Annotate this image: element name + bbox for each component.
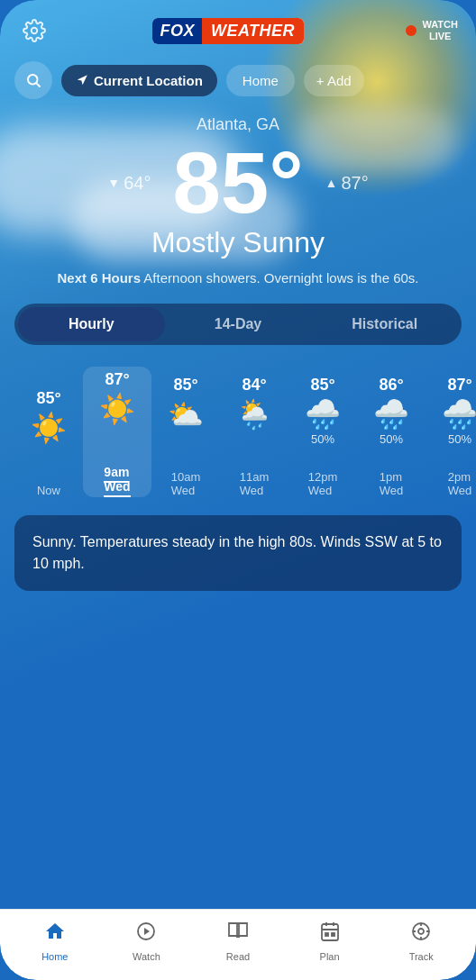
- tab-hourly[interactable]: Hourly: [18, 307, 165, 341]
- temperature-row: ▼ 64° 85° ▲ 87°: [18, 140, 458, 226]
- tab-historical[interactable]: Historical: [311, 307, 458, 341]
- hour-temp: 87°: [447, 376, 471, 395]
- nav-plan[interactable]: Plan: [303, 921, 357, 962]
- svg-point-13: [418, 929, 424, 934]
- svg-rect-11: [332, 933, 334, 936]
- hour-precip: 50%: [448, 432, 471, 449]
- tab-14day[interactable]: 14-Day: [165, 307, 312, 341]
- svg-point-1: [28, 75, 38, 85]
- hour-time: 9amWed: [104, 465, 130, 494]
- rain-icon: 🌧️: [373, 400, 409, 429]
- hour-item-11am: 84° 🌦️ 11amWed: [220, 376, 288, 497]
- hourly-scroll[interactable]: 85° ☀️ Now 87° ☀️ 9amWed 85° ⛅ 10amWed: [0, 358, 476, 506]
- temp-main: 85°: [172, 140, 303, 226]
- current-location-button[interactable]: Current Location: [61, 65, 217, 96]
- bottom-navigation: Home Watch Read: [0, 909, 476, 980]
- svg-rect-10: [325, 933, 328, 936]
- hour-time: 10amWed: [171, 470, 201, 497]
- track-icon: [410, 921, 432, 948]
- nav-plan-label: Plan: [320, 951, 340, 962]
- hour-item-10am: 85° ⛅ 10amWed: [151, 376, 220, 497]
- temp-high: ▲ 87°: [325, 173, 369, 194]
- watch-live-button[interactable]: WATCHLIVE: [406, 19, 458, 42]
- home-icon: [44, 921, 66, 948]
- weather-condition: Mostly Sunny: [18, 226, 458, 259]
- nav-track[interactable]: Track: [394, 921, 448, 962]
- watch-live-text: WATCHLIVE: [422, 19, 458, 42]
- rain-icon: 🌧️: [442, 400, 476, 429]
- hour-temp: 85°: [173, 376, 197, 395]
- watch-icon: [135, 921, 157, 948]
- hour-item-9am: 87° ☀️ 9amWed: [83, 367, 151, 497]
- hourly-list: 85° ☀️ Now 87° ☀️ 9amWed 85° ⛅ 10amWed: [0, 367, 476, 497]
- svg-marker-5: [144, 928, 150, 935]
- hour-time: 12pmWed: [308, 470, 338, 497]
- forecast-bold: Next 6 Hours: [57, 270, 141, 286]
- down-arrow-icon: ▼: [107, 176, 120, 190]
- add-location-button[interactable]: + Add: [304, 65, 364, 96]
- hour-precip: 50%: [380, 432, 403, 449]
- weather-main: Atlanta, GA ▼ 64° 85° ▲ 87° Mostly Sunny…: [0, 106, 476, 289]
- hour-time: 11amWed: [240, 470, 270, 497]
- weather-summary: Sunny. Temperatures steady in the high 8…: [14, 515, 462, 591]
- nav-read[interactable]: Read: [211, 921, 265, 962]
- city-name: Atlanta, GA: [18, 115, 458, 134]
- temp-low: ▼ 64°: [107, 173, 151, 194]
- hour-precip: 50%: [311, 432, 334, 449]
- fox-label: FOX: [152, 18, 202, 44]
- svg-point-0: [32, 28, 38, 34]
- forecast-text: Next 6 Hours Afternoon showers. Overnigh…: [18, 268, 458, 289]
- weather-tabs: Hourly 14-Day Historical: [14, 304, 462, 345]
- nav-home-label: Home: [41, 951, 68, 962]
- hour-temp: 85°: [310, 376, 334, 395]
- hour-time: 1pmWed: [380, 470, 404, 497]
- svg-line-2: [36, 83, 40, 86]
- hour-temp: 84°: [242, 376, 266, 395]
- rain-icon: 🌧️: [305, 400, 341, 429]
- location-bar: Current Location Home + Add: [0, 54, 476, 106]
- hour-temp: 85°: [36, 389, 60, 408]
- hour-item-1pm: 86° 🌧️ 50% 1pmWed: [357, 376, 426, 497]
- nav-track-label: Track: [409, 951, 434, 962]
- hour-temp: 86°: [379, 376, 403, 395]
- svg-marker-3: [78, 75, 87, 85]
- current-location-label: Current Location: [94, 73, 203, 88]
- hour-time: Now: [37, 484, 60, 497]
- hour-time: 2pmWed: [448, 470, 472, 497]
- nav-home[interactable]: Home: [28, 921, 82, 962]
- hour-item-2pm: 87° 🌧️ 50% 2pmWed: [426, 376, 476, 497]
- live-dot: [406, 25, 416, 36]
- search-button[interactable]: [14, 61, 52, 99]
- sunny-icon: ☀️: [99, 395, 135, 423]
- hour-item-now: 85° ☀️ Now: [14, 389, 83, 497]
- gear-icon[interactable]: [18, 14, 50, 47]
- fox-weather-logo: FOX WEATHER: [152, 18, 304, 44]
- read-icon: [227, 921, 249, 948]
- sunny-icon: ☀️: [31, 413, 67, 442]
- plan-icon: [319, 921, 341, 948]
- hour-temp: 87°: [105, 370, 129, 389]
- hour-item-12pm: 85° 🌧️ 50% 12pmWed: [288, 376, 357, 497]
- nav-read-label: Read: [226, 951, 250, 962]
- partly-cloudy-icon: ⛅: [168, 400, 204, 429]
- up-arrow-icon: ▲: [325, 176, 338, 190]
- nav-watch-label: Watch: [133, 951, 160, 962]
- home-label: Home: [243, 73, 279, 88]
- nav-watch[interactable]: Watch: [119, 921, 173, 962]
- app-header: FOX WEATHER WATCHLIVE: [0, 0, 476, 54]
- weather-label: WEATHER: [202, 18, 304, 44]
- home-location-button[interactable]: Home: [226, 65, 295, 96]
- summary-text: Sunny. Temperatures steady in the high 8…: [32, 534, 442, 571]
- svg-rect-6: [322, 924, 338, 940]
- add-label: + Add: [316, 73, 352, 88]
- cloudy-rain-icon: 🌦️: [236, 400, 272, 429]
- forecast-detail: Afternoon showers. Overnight lows is the…: [141, 270, 419, 286]
